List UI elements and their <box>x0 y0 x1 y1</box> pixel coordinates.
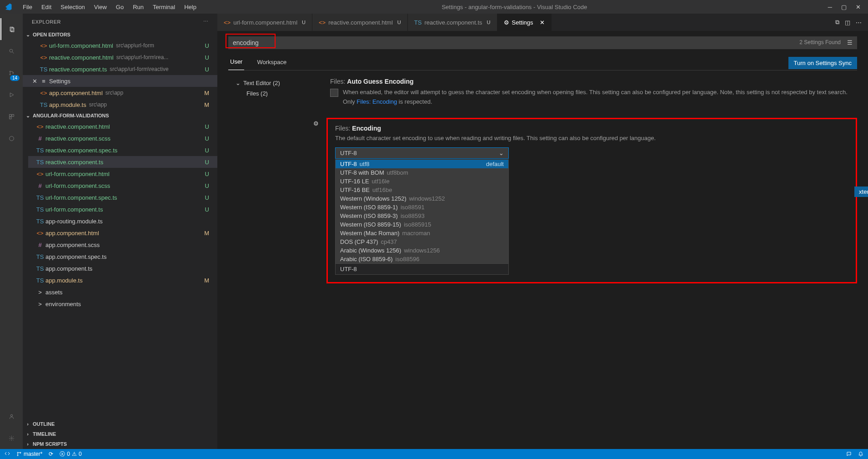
remote-indicator[interactable] <box>5 451 10 457</box>
open-editor-item[interactable]: TSreactive.component.tssrc\app/url-form\… <box>23 63 217 75</box>
open-editor-item[interactable]: TSapp.module.tssrc\appM <box>23 99 217 111</box>
encoding-option[interactable]: Arabic (ISO 8859-6)iso88596 <box>336 255 508 263</box>
outline-section[interactable]: ›OUTLINE <box>23 419 217 429</box>
editor-area: <>url-form.component.htmlU<>reactive.com… <box>217 14 868 449</box>
menu-go[interactable]: Go <box>111 2 128 12</box>
git-branch[interactable]: master* <box>16 451 42 457</box>
encoding-option[interactable]: Western (Mac Roman)macroman <box>336 229 508 237</box>
search-icon[interactable] <box>0 40 22 62</box>
file-tree-item[interactable]: #app.component.scss <box>28 239 217 251</box>
dropdown-filter-input[interactable]: UTF-8 <box>336 263 508 274</box>
file-type-icon: # <box>35 135 45 142</box>
file-tree-item[interactable]: >environments <box>28 298 217 310</box>
file-type-icon: <> <box>35 230 45 237</box>
svg-point-11 <box>9 136 14 141</box>
remote-icon[interactable] <box>0 127 22 149</box>
file-tree-item[interactable]: <>app.component.htmlM <box>28 227 217 239</box>
encoding-option[interactable]: DOS (CP 437)cp437 <box>336 237 508 246</box>
nav-text-editor[interactable]: ⌄Text Editor (2) <box>236 78 326 88</box>
extensions-button[interactable]: xtensions <box>854 187 868 197</box>
settings-sync-button[interactable]: Turn on Settings Sync <box>788 57 857 69</box>
project-section[interactable]: ⌄ANGULAR-FORM-VALIDATIONS <box>23 111 217 121</box>
editor-tab[interactable]: ⚙Settings✕ <box>497 14 552 31</box>
editor-tab[interactable]: <>url-form.component.htmlU <box>217 14 312 31</box>
filter-icon[interactable]: ☰ <box>847 39 853 46</box>
close-tab-icon[interactable]: ✕ <box>540 19 545 26</box>
chevron-down-icon: ⌄ <box>499 150 504 156</box>
split-editor-icon[interactable]: ◫ <box>845 19 850 26</box>
file-type-icon: <> <box>39 54 48 61</box>
menu-help[interactable]: Help <box>180 2 201 12</box>
nav-files[interactable]: Files (2) <box>236 88 326 99</box>
close-icon[interactable]: ✕ <box>856 4 861 10</box>
file-tree-item[interactable]: TSapp.component.spec.ts <box>28 251 217 262</box>
extensions-icon[interactable] <box>0 106 22 127</box>
file-tree-item[interactable]: <>url-form.component.htmlU <box>28 168 217 180</box>
file-tree-item[interactable]: TSreactive.component.tsU <box>28 156 217 168</box>
file-tree-item[interactable]: TSreactive.component.spec.tsU <box>28 144 217 156</box>
manage-gear-icon[interactable] <box>0 427 22 449</box>
auto-guess-checkbox[interactable] <box>330 89 338 97</box>
open-editor-item[interactable]: ✕≡Settings <box>23 75 217 87</box>
encoding-option[interactable]: Arabic (Windows 1256)windows1256 <box>336 246 508 255</box>
svg-point-4 <box>10 71 10 72</box>
file-tree-item[interactable]: >assets <box>28 286 217 298</box>
file-tree-item[interactable]: #url-form.component.scssU <box>28 180 217 192</box>
menu-selection[interactable]: Selection <box>56 2 89 12</box>
problems[interactable]: ⓧ 0 ⚠ 0 <box>60 450 81 458</box>
file-tree-item[interactable]: #reactive.component.scssU <box>28 132 217 144</box>
file-tree-item[interactable]: TSurl-form.component.tsU <box>28 203 217 215</box>
encoding-option[interactable]: UTF-16 LEutf16le <box>336 177 508 186</box>
feedback-icon[interactable] <box>846 451 852 457</box>
editor-tab[interactable]: TSreactive.component.tsU <box>408 14 497 31</box>
encoding-option[interactable]: UTF-8 with BOMutf8bom <box>336 168 508 177</box>
open-editor-item[interactable]: <>reactive.component.htmlsrc\app\url-for… <box>23 51 217 63</box>
files-encoding-link[interactable]: Files: Encoding <box>356 98 397 105</box>
setting-gear-icon[interactable]: ⚙ <box>313 120 319 127</box>
scope-user-tab[interactable]: User <box>228 55 244 70</box>
source-control-icon[interactable]: 14 <box>0 62 22 84</box>
npm-scripts-section[interactable]: ›NPM SCRIPTS <box>23 439 217 449</box>
open-editor-item[interactable]: <>url-form.component.htmlsrc\app\url-for… <box>23 40 217 51</box>
open-editor-item[interactable]: <>app.component.htmlsrc\appM <box>23 87 217 99</box>
encoding-option[interactable]: Western (Windows 1252)windows1252 <box>336 194 508 203</box>
settings-nav: ⌄Text Editor (2) Files (2) <box>217 78 326 283</box>
settings-search-input[interactable] <box>228 36 857 49</box>
editor-tab[interactable]: <>reactive.component.htmlU <box>312 14 408 31</box>
open-new-icon[interactable]: ⧉ <box>835 19 839 26</box>
sync-icon[interactable]: ⟳ <box>49 451 53 457</box>
svg-point-5 <box>10 74 10 75</box>
menu-edit[interactable]: Edit <box>37 2 56 12</box>
file-tree-item[interactable]: TSapp.module.tsM <box>28 274 217 286</box>
file-tree-item[interactable]: <>reactive.component.htmlU <box>28 121 217 132</box>
run-debug-icon[interactable] <box>0 84 22 106</box>
explorer-icon[interactable] <box>0 18 22 40</box>
menu-terminal[interactable]: Terminal <box>148 2 180 12</box>
open-editors-section[interactable]: ⌄OPEN EDITORS <box>23 30 217 40</box>
file-type-icon: TS <box>35 218 45 225</box>
timeline-section[interactable]: ›TIMELINE <box>23 429 217 439</box>
accounts-icon[interactable] <box>0 405 22 427</box>
file-type-icon: ≡ <box>39 78 48 85</box>
encoding-option[interactable]: UTF-16 BEutf16be <box>336 186 508 194</box>
scope-workspace-tab[interactable]: Workspace <box>255 56 288 70</box>
svg-point-15 <box>17 455 18 456</box>
menu-file[interactable]: File <box>18 2 37 12</box>
file-type-icon: <> <box>35 123 45 130</box>
notifications-icon[interactable] <box>858 451 863 457</box>
more-icon[interactable]: ⋯ <box>203 19 209 25</box>
encoding-option[interactable]: Western (ISO 8859-15)iso885915 <box>336 220 508 229</box>
file-tree-item[interactable]: TSurl-form.component.spec.tsU <box>28 192 217 203</box>
encoding-option[interactable]: UTF-8utf8default <box>336 160 508 168</box>
minimize-icon[interactable]: ─ <box>828 4 832 10</box>
encoding-select[interactable]: UTF-8 ⌄ <box>335 147 509 159</box>
menu-run[interactable]: Run <box>128 2 148 12</box>
menu-view[interactable]: View <box>90 2 111 12</box>
encoding-option[interactable]: Western (ISO 8859-1)iso88591 <box>336 203 508 212</box>
maximize-icon[interactable]: ▢ <box>841 4 847 10</box>
encoding-option[interactable]: Western (ISO 8859-3)iso88593 <box>336 212 508 220</box>
file-tree-item[interactable]: TSapp-routing.module.ts <box>28 215 217 227</box>
close-icon[interactable]: ✕ <box>30 78 39 85</box>
more-actions-icon[interactable]: ⋯ <box>856 19 862 26</box>
file-tree-item[interactable]: TSapp.component.ts <box>28 262 217 274</box>
